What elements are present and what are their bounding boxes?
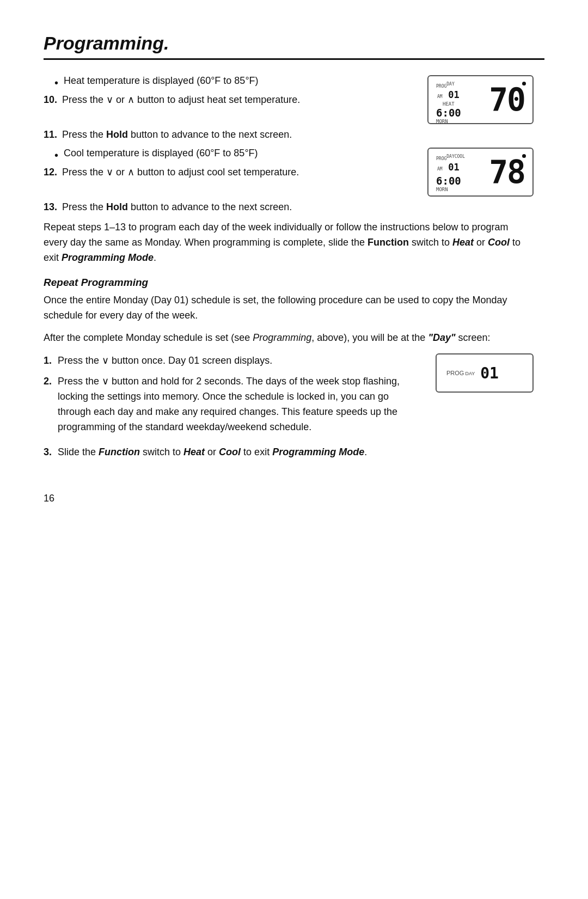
repeat-step1: 1. Press the ∨ button once. Day 01 scree… <box>44 353 425 369</box>
display1-prog-line: PROGDAYAM 01 <box>436 82 461 100</box>
step11-bold: Hold <box>106 129 128 140</box>
display2-morn: MORN <box>436 187 465 192</box>
step10-num: 10. <box>44 94 57 105</box>
step12-desc: Press the ∨ or ∧ button to adjust cool s… <box>62 167 299 178</box>
display1-time: 6:00 <box>436 107 461 119</box>
step13-text2: button to advance to the next screen. <box>128 201 292 212</box>
display1-heat-label: HEAT <box>436 101 461 107</box>
step11-block: 11. Press the Hold button to advance to … <box>44 127 534 142</box>
step11-num: 11. <box>44 129 57 140</box>
repeat-step2-num: 2. <box>44 374 56 389</box>
body1-bold4: Programming Mode <box>62 252 154 263</box>
display3-left: PROG DAY <box>446 370 475 376</box>
display1-digits: 01 <box>448 89 459 100</box>
display2-left: PROGDAYCOOLAM 01 6:00 MORN <box>436 154 465 190</box>
display2-cool: PROGDAYCOOLAM 01 6:00 MORN 78 <box>427 148 534 197</box>
repeat-body2-bold: "Day" <box>428 332 455 343</box>
repeat-step3-text4: to exit <box>241 447 272 457</box>
repeat-step3-num: 3. <box>44 445 56 460</box>
repeat-body2: After the complete Monday schedule is se… <box>44 331 534 346</box>
body1-text2: switch to <box>409 237 452 248</box>
step12-row: • Cool temperature is displayed (60°F to… <box>44 148 534 197</box>
body1-bold: Function <box>367 237 409 248</box>
repeat-step1-text: Press the ∨ button once. Day 01 screen d… <box>58 353 425 369</box>
display3-day-label: DAY <box>465 371 475 376</box>
display1-heat: PROGDAYAM 01 HEAT 6:00 MORN 70 <box>427 75 534 124</box>
repeat-step3: 3. Slide the Function switch to Heat or … <box>44 445 534 460</box>
display3-prog-day: PROG DAY <box>446 370 475 376</box>
step12-text-col: • Cool temperature is displayed (60°F to… <box>44 148 411 185</box>
step10-desc: Press the ∨ or ∧ button to adjust heat s… <box>62 94 300 105</box>
bullet-dot-cool: • <box>54 149 58 162</box>
repeat-programming-section: Repeat Programming Once the entire Monda… <box>44 277 534 460</box>
display2-dot <box>522 154 526 158</box>
body1-end: . <box>154 252 156 263</box>
repeat-steps-row: 1. Press the ∨ button once. Day 01 scree… <box>44 353 534 440</box>
step10-instruction: 10. Press the ∨ or ∧ button to adjust he… <box>44 93 411 107</box>
repeat-step3-bold3: Cool <box>219 447 241 457</box>
page-title: Programming. <box>44 33 544 60</box>
display1-big-num: 70 <box>489 84 525 115</box>
bullet-dot: • <box>54 76 58 89</box>
step12-num: 12. <box>44 167 57 178</box>
repeat-body2-end: , above), you will be at the <box>311 332 428 343</box>
display1-morn: MORN <box>436 119 461 124</box>
display1-dot <box>522 82 526 85</box>
step13-num: 13. <box>44 201 57 212</box>
repeat-step3-bold2: Heat <box>183 447 205 457</box>
step10-bullet-text: Heat temperature is displayed (60°F to 8… <box>64 75 259 87</box>
body1-bold3: Cool <box>488 237 510 248</box>
repeat-step3-text2: switch to <box>140 447 183 457</box>
repeat-body2-end2: screen: <box>455 332 490 343</box>
repeat-step3-text1: Slide the <box>58 447 99 457</box>
body1-text3: or <box>474 237 488 248</box>
display2-prog-line: PROGDAYCOOLAM 01 <box>436 154 465 173</box>
repeat-step3-text3: or <box>205 447 219 457</box>
display3-digits: 01 <box>480 364 499 382</box>
step12-instruction: 12. Press the ∨ or ∧ button to adjust co… <box>44 165 411 180</box>
page-number: 16 <box>44 493 534 504</box>
display3-prog-label: PROG <box>446 370 464 376</box>
display1-left: PROGDAYAM 01 HEAT 6:00 MORN <box>436 82 461 118</box>
repeat-step1-num: 1. <box>44 353 56 369</box>
step11-bullet-item: • Cool temperature is displayed (60°F to… <box>54 148 411 162</box>
step11-text: Press the <box>62 129 106 140</box>
repeat-step3-text5: . <box>364 447 367 457</box>
display2-digits: 01 <box>448 162 459 173</box>
repeat-step3-bold4: Programming Mode <box>272 447 364 457</box>
step10-bullet-item: • Heat temperature is displayed (60°F to… <box>54 75 411 89</box>
repeat-steps-left: 1. Press the ∨ button once. Day 01 scree… <box>44 353 425 440</box>
step11-text2: button to advance to the next screen. <box>128 129 292 140</box>
body1-bold2: Heat <box>452 237 474 248</box>
repeat-step3-bold1: Function <box>99 447 140 457</box>
repeat-step2: 2. Press the ∨ button and hold for 2 sec… <box>44 374 425 435</box>
display2-big-num: 78 <box>489 156 525 188</box>
repeat-body1: Once the entire Monday (Day 01) schedule… <box>44 293 534 323</box>
step10-text-col: • Heat temperature is displayed (60°F to… <box>44 75 411 113</box>
display2-time: 6:00 <box>436 175 465 187</box>
content-area: • Heat temperature is displayed (60°F to… <box>44 75 534 504</box>
display3-day: PROG DAY 01 <box>436 353 534 393</box>
repeat-programming-heading: Repeat Programming <box>44 277 534 289</box>
step13-text: Press the <box>62 201 106 212</box>
repeat-body2-italic: Programming <box>253 332 311 343</box>
repeat-step3-text: Slide the Function switch to Heat or Coo… <box>58 445 534 460</box>
body-paragraph: Repeat steps 1–13 to program each day of… <box>44 220 534 266</box>
repeat-body2-start: After the complete Monday schedule is se… <box>44 332 253 343</box>
step10-row: • Heat temperature is displayed (60°F to… <box>44 75 534 124</box>
step13-block: 13. Press the Hold button to advance to … <box>44 200 534 215</box>
step11-bullet-text: Cool temperature is displayed (60°F to 8… <box>64 148 258 159</box>
repeat-step2-text: Press the ∨ button and hold for 2 second… <box>58 374 425 435</box>
step13-bold: Hold <box>106 201 128 212</box>
